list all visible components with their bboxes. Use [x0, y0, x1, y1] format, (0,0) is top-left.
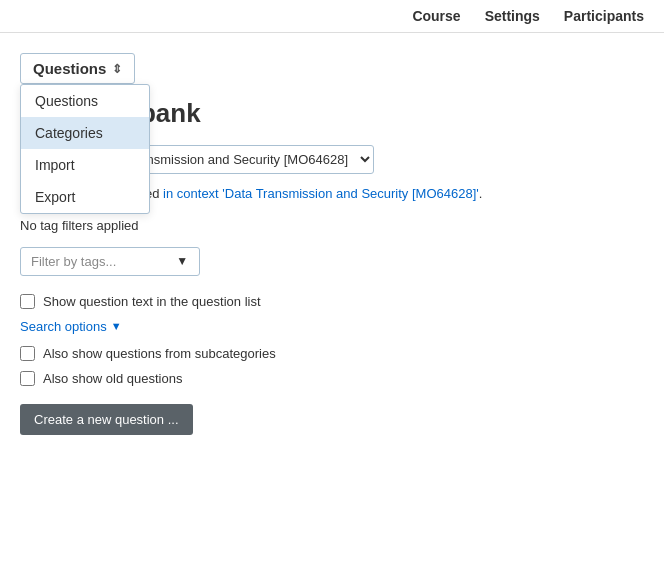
dropdown-item-questions[interactable]: Questions [21, 85, 149, 117]
filter-tags-placeholder: Filter by tags... [31, 254, 116, 269]
also-show-subcategories-checkbox[interactable] [20, 346, 35, 361]
also-show-old-checkbox[interactable] [20, 371, 35, 386]
main-content: Questions ⇕ Questions Categories Import … [0, 33, 664, 455]
dropdown-item-import[interactable]: Import [21, 149, 149, 181]
also-show-subcategories-label: Also show questions from subcategories [43, 346, 276, 361]
create-new-question-button[interactable]: Create a new question ... [20, 404, 193, 435]
also-show-old-row: Also show old questions [20, 371, 644, 386]
show-question-text-label: Show question text in the question list [43, 294, 261, 309]
nav-course[interactable]: Course [412, 8, 460, 24]
dropdown-item-export[interactable]: Export [21, 181, 149, 213]
top-navigation: Course Settings Participants [0, 0, 664, 33]
show-question-text-checkbox[interactable] [20, 294, 35, 309]
no-tag-filters-label: No tag filters applied [20, 218, 644, 233]
questions-dropdown-label: Questions [33, 60, 106, 77]
search-options-arrow-icon: ▼ [111, 320, 122, 332]
questions-dropdown-wrapper: Questions ⇕ Questions Categories Import … [20, 53, 135, 84]
questions-dropdown-menu: Questions Categories Import Export [20, 84, 150, 214]
show-question-text-row: Show question text in the question list [20, 294, 644, 309]
search-options-label: Search options [20, 319, 107, 334]
also-show-subcategories-row: Also show questions from subcategories [20, 346, 644, 361]
context-desc-link[interactable]: in context 'Data Transmission and Securi… [163, 186, 479, 201]
filter-tags-select[interactable]: Filter by tags... ▼ [20, 247, 200, 276]
chevron-down-icon: ▼ [176, 254, 188, 268]
search-options-link[interactable]: Search options ▼ [20, 319, 644, 334]
nav-settings[interactable]: Settings [485, 8, 540, 24]
chevron-up-down-icon: ⇕ [112, 62, 122, 76]
context-desc-suffix: . [479, 186, 483, 201]
questions-dropdown-button[interactable]: Questions ⇕ [20, 53, 135, 84]
nav-participants[interactable]: Participants [564, 8, 644, 24]
dropdown-item-categories[interactable]: Categories [21, 117, 149, 149]
also-show-old-label: Also show old questions [43, 371, 182, 386]
filter-tags-row: Filter by tags... ▼ [20, 247, 644, 276]
